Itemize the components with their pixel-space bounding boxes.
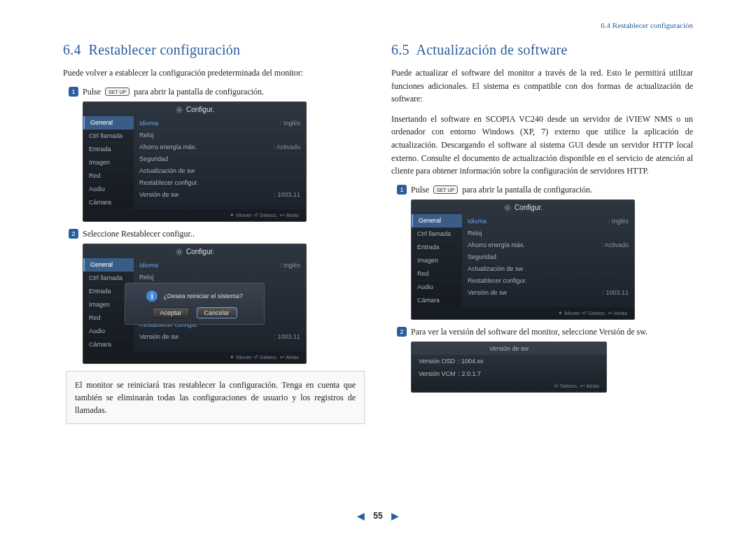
confirm-dialog: i ¿Desea reiniciar el sistema? Aceptar C… bbox=[125, 283, 265, 325]
osd-side-item[interactable]: Cámara bbox=[412, 294, 462, 307]
step-badge-1: 1 bbox=[69, 87, 78, 97]
step-2-right: 2 Para ver la versión del software del m… bbox=[397, 327, 693, 337]
step-badge-1: 1 bbox=[397, 185, 407, 195]
osd-side-item[interactable]: Audio bbox=[412, 281, 462, 294]
osd-side-item[interactable]: Audio bbox=[83, 325, 134, 338]
para-2-right: Insertando el software en SCOPIA VC240 d… bbox=[391, 113, 693, 178]
osd-side-item[interactable]: Imagen bbox=[412, 254, 462, 267]
osd-side-item[interactable]: Cámara bbox=[83, 338, 134, 351]
dialog-accept-button[interactable]: Aceptar bbox=[152, 307, 189, 318]
swver-title: Versión de sw bbox=[412, 342, 606, 355]
page-number: 55 bbox=[373, 511, 382, 521]
osd-side-item[interactable]: Cámara bbox=[83, 196, 134, 209]
page-navigation: ◀ 55 ▶ bbox=[357, 510, 398, 521]
svg-point-2 bbox=[506, 206, 509, 209]
screenshot-configur-1: Configur. General Ctrl llamada Entrada I… bbox=[83, 101, 307, 222]
osd-side-item[interactable]: Imagen bbox=[83, 156, 134, 169]
osd-footer-hints: ✦ Mover ⏎ Selecc. ↩ Atrás bbox=[83, 209, 306, 221]
setup-key-icon: SET UP bbox=[105, 87, 130, 96]
osd-side-item[interactable]: Ctrl llamada bbox=[83, 129, 134, 143]
osd-side-item[interactable]: Ctrl llamada bbox=[412, 227, 462, 241]
osd-side-item[interactable]: Red bbox=[83, 169, 134, 183]
gear-icon bbox=[503, 204, 512, 212]
osd-side-item[interactable]: Entrada bbox=[412, 241, 462, 254]
step-badge-2: 2 bbox=[397, 327, 407, 337]
osd-side-general[interactable]: General bbox=[83, 258, 134, 272]
page-header-breadcrumb: 6.4 Restablecer configuración bbox=[63, 21, 693, 29]
osd-main: Idioma: Inglés Reloj Ahorro energía máx.… bbox=[134, 116, 306, 209]
setup-key-icon: SET UP bbox=[433, 185, 458, 194]
step-2-left: 2 Seleccione Restablecer configur.. bbox=[69, 229, 365, 239]
section-6-5: 6.5 Actualización de software Puede actu… bbox=[391, 42, 693, 424]
osd-side-item[interactable]: Audio bbox=[83, 183, 134, 196]
prev-page-icon[interactable]: ◀ bbox=[357, 510, 365, 521]
intro-text-right: Puede actualizar el software del monitor… bbox=[391, 66, 693, 106]
screenshot-sw-version: Versión de sw Versión OSD: 1004.xx Versi… bbox=[411, 342, 607, 393]
osd-side-general[interactable]: General bbox=[83, 116, 134, 129]
warning-note: El monitor se reiniciará tras restablece… bbox=[66, 371, 365, 424]
next-page-icon[interactable]: ▶ bbox=[391, 510, 399, 521]
info-icon: i bbox=[146, 290, 158, 302]
gear-icon bbox=[175, 106, 183, 114]
intro-text: Puede volver a establecer la configuraci… bbox=[63, 66, 365, 80]
heading-6-4: 6.4 Restablecer configuración bbox=[63, 42, 365, 58]
osd-title: Configur. bbox=[83, 102, 306, 116]
osd-side-item[interactable]: Red bbox=[412, 267, 462, 281]
gear-icon bbox=[175, 248, 183, 256]
heading-6-5: 6.5 Actualización de software bbox=[391, 42, 693, 58]
step-badge-2: 2 bbox=[69, 229, 78, 239]
osd-sidebar: General Ctrl llamada Entrada Imagen Red … bbox=[83, 116, 134, 209]
step-1-left: 1 Pulse SET UP para abrir la pantalla de… bbox=[69, 87, 365, 97]
dialog-message: ¿Desea reiniciar el sistema? bbox=[163, 293, 243, 300]
section-6-4: 6.4 Restablecer configuración Puede volv… bbox=[63, 42, 365, 424]
osd-side-item[interactable]: Entrada bbox=[83, 143, 134, 156]
dialog-cancel-button[interactable]: Cancelar bbox=[197, 307, 237, 318]
osd-side-general[interactable]: General bbox=[412, 214, 462, 227]
svg-point-1 bbox=[178, 251, 181, 253]
screenshot-configur-3: Configur. General Ctrl llamada Entrada I… bbox=[411, 199, 635, 320]
screenshot-configur-dialog: Configur. General Ctrl llamada Entrada I… bbox=[83, 244, 307, 364]
svg-point-0 bbox=[178, 108, 181, 111]
step-1-right: 1 Pulse SET UP para abrir la pantalla de… bbox=[397, 185, 693, 195]
